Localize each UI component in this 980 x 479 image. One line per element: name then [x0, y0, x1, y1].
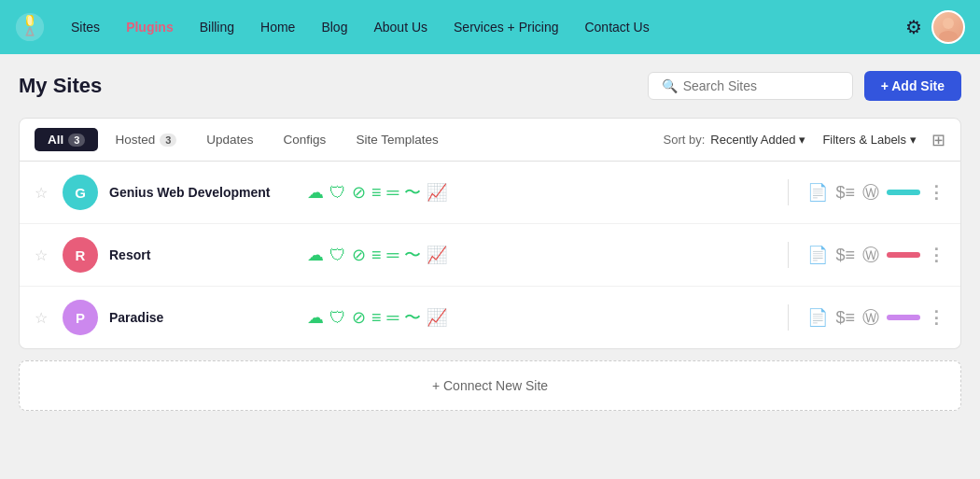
- cloud-icon[interactable]: ☁: [307, 307, 324, 328]
- site-list: ☆ G Genius Web Development ☁ 🛡 ⊘ ≡ ═ 〜 📈…: [19, 162, 961, 349]
- performance-icon[interactable]: ≡: [371, 308, 382, 328]
- nav-contact[interactable]: Contact Us: [573, 14, 660, 40]
- separator: [788, 242, 789, 268]
- analytics-icon[interactable]: 📈: [427, 245, 447, 265]
- cloud-icon[interactable]: ☁: [307, 182, 324, 203]
- star-icon[interactable]: ☆: [35, 309, 51, 327]
- tab-all[interactable]: All 3: [35, 128, 98, 151]
- billing-icon[interactable]: $≡: [835, 308, 855, 328]
- settings-icon[interactable]: ⚙: [905, 16, 922, 38]
- tab-configs[interactable]: Configs: [271, 128, 340, 151]
- chevron-down-icon: ▾: [910, 133, 917, 147]
- site-name: Genius Web Development: [109, 185, 296, 200]
- ban-icon[interactable]: ⊘: [352, 245, 366, 265]
- connect-new-site-button[interactable]: + Connect New Site: [19, 360, 961, 411]
- table-row: ☆ R Resort ☁ 🛡 ⊘ ≡ ═ 〜 📈 📄 $≡ Ⓦ ⋮: [20, 224, 960, 287]
- header-actions: 🔍 + Add Site: [648, 71, 961, 101]
- chevron-down-icon: ▾: [799, 133, 805, 147]
- performance-icon[interactable]: ≡: [371, 246, 382, 265]
- search-input[interactable]: [683, 78, 839, 93]
- wordpress-icon[interactable]: Ⓦ: [862, 306, 879, 329]
- table-row: ☆ P Paradise ☁ 🛡 ⊘ ≡ ═ 〜 📈 📄 $≡ Ⓦ ⋮: [20, 287, 960, 348]
- tab-hosted[interactable]: Hosted 3: [102, 128, 189, 151]
- nav-about[interactable]: About Us: [362, 14, 439, 40]
- uptime-icon[interactable]: 〜: [404, 181, 421, 204]
- sort-group: Sort by: Recently Added ▾ Filters & Labe…: [664, 130, 945, 150]
- svg-point-3: [27, 16, 32, 26]
- nav-home[interactable]: Home: [249, 14, 306, 40]
- cloud-icon[interactable]: ☁: [307, 245, 324, 265]
- shield-icon[interactable]: 🛡: [329, 246, 346, 265]
- page-title: My Sites: [19, 74, 102, 98]
- header-row: My Sites 🔍 + Add Site: [19, 71, 961, 101]
- billing-icon[interactable]: $≡: [835, 246, 855, 265]
- site-avatar: G: [63, 175, 98, 210]
- pages-icon[interactable]: 📄: [807, 245, 828, 265]
- site-name: Paradise: [109, 310, 296, 325]
- cache-icon[interactable]: ═: [387, 183, 399, 203]
- uptime-icon[interactable]: 〜: [404, 306, 421, 329]
- star-icon[interactable]: ☆: [35, 247, 51, 264]
- nav-sites[interactable]: Sites: [60, 14, 111, 40]
- shield-icon[interactable]: 🛡: [329, 308, 346, 328]
- navbar-right: ⚙: [905, 10, 965, 44]
- nav-plugins[interactable]: Plugins: [115, 14, 185, 40]
- more-options-button[interactable]: ⋮: [928, 307, 945, 328]
- nav-billing[interactable]: Billing: [189, 14, 245, 40]
- nav-blog[interactable]: Blog: [310, 14, 358, 40]
- cache-icon[interactable]: ═: [387, 246, 399, 265]
- nav-services[interactable]: Services + Pricing: [442, 14, 569, 40]
- shield-icon[interactable]: 🛡: [329, 183, 346, 203]
- cache-icon[interactable]: ═: [387, 308, 399, 328]
- nav-links: Sites Plugins Billing Home Blog About Us…: [60, 14, 902, 40]
- ban-icon[interactable]: ⊘: [352, 307, 366, 328]
- more-options-button[interactable]: ⋮: [928, 245, 945, 265]
- sort-label: Sort by:: [664, 133, 706, 147]
- table-row: ☆ G Genius Web Development ☁ 🛡 ⊘ ≡ ═ 〜 📈…: [20, 162, 960, 224]
- filters-labels-button[interactable]: Filters & Labels ▾: [822, 133, 917, 147]
- separator: [788, 304, 789, 331]
- sort-dropdown[interactable]: Recently Added ▾: [710, 133, 805, 147]
- wordpress-icon[interactable]: Ⓦ: [862, 181, 879, 204]
- billing-icon[interactable]: $≡: [835, 183, 855, 203]
- avatar[interactable]: [931, 10, 965, 44]
- analytics-icon[interactable]: 📈: [427, 307, 447, 328]
- analytics-icon[interactable]: 📈: [427, 182, 447, 203]
- svg-point-8: [939, 31, 958, 40]
- site-icons: ☁ 🛡 ⊘ ≡ ═ 〜 📈: [307, 244, 769, 266]
- site-actions: 📄 $≡ Ⓦ ⋮: [807, 244, 945, 266]
- uptime-icon[interactable]: 〜: [404, 244, 421, 266]
- pages-icon[interactable]: 📄: [807, 307, 828, 328]
- tab-updates[interactable]: Updates: [193, 128, 266, 151]
- svg-point-7: [943, 18, 954, 29]
- site-icons: ☁ 🛡 ⊘ ≡ ═ 〜 📈: [307, 306, 769, 329]
- site-avatar: R: [63, 237, 98, 273]
- logo[interactable]: [15, 12, 45, 42]
- site-actions: 📄 $≡ Ⓦ ⋮: [807, 181, 945, 204]
- site-name: Resort: [109, 247, 296, 262]
- color-bar: [887, 190, 920, 195]
- tabs-row: All 3 Hosted 3 Updates Configs Site Temp…: [19, 118, 961, 162]
- site-icons: ☁ 🛡 ⊘ ≡ ═ 〜 📈: [307, 181, 769, 204]
- color-bar: [887, 252, 920, 258]
- navbar: Sites Plugins Billing Home Blog About Us…: [0, 0, 980, 54]
- star-icon[interactable]: ☆: [35, 184, 51, 202]
- ban-icon[interactable]: ⊘: [352, 182, 366, 203]
- wordpress-icon[interactable]: Ⓦ: [862, 244, 879, 266]
- color-bar: [887, 315, 920, 320]
- site-actions: 📄 $≡ Ⓦ ⋮: [807, 306, 945, 329]
- search-box[interactable]: 🔍: [648, 72, 853, 100]
- site-avatar: P: [63, 300, 98, 335]
- separator: [788, 179, 789, 205]
- more-options-button[interactable]: ⋮: [928, 182, 945, 203]
- search-icon: 🔍: [662, 78, 678, 93]
- grid-view-toggle[interactable]: ⊞: [931, 130, 945, 150]
- add-site-button[interactable]: + Add Site: [864, 71, 961, 101]
- pages-icon[interactable]: 📄: [807, 182, 828, 203]
- performance-icon[interactable]: ≡: [371, 183, 382, 203]
- tab-site-templates[interactable]: Site Templates: [343, 128, 451, 151]
- main-content: My Sites 🔍 + Add Site All 3 Hosted 3 Upd…: [0, 54, 980, 428]
